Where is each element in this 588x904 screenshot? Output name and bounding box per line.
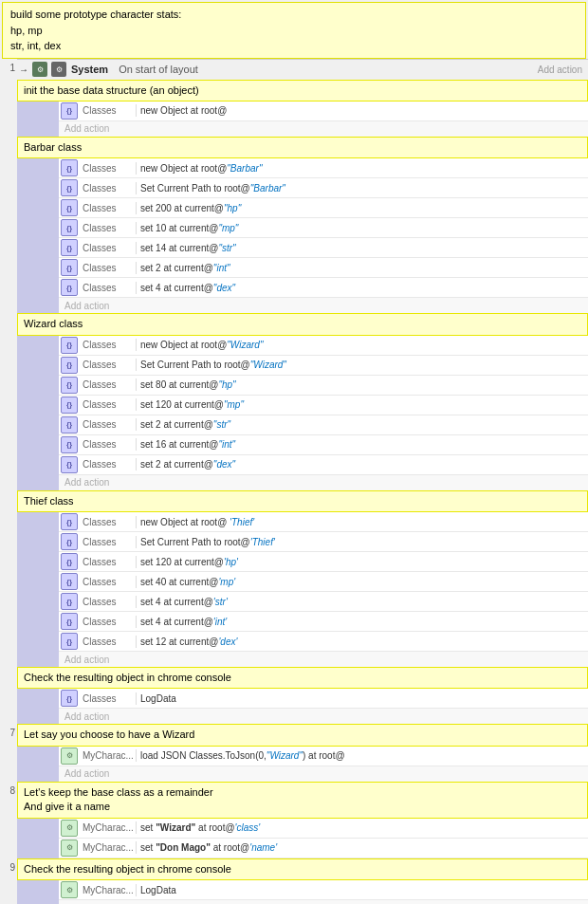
section-comment-wizard-choose: Let say you choose to have a Wizard (17, 724, 588, 746)
section-check1-actions: {} Classes LogData Add action (17, 689, 588, 724)
action-row: ⚙ MyCharac... set "Don Mago" at root@'na… (59, 839, 588, 858)
add-action-row-barbar[interactable]: Add action (59, 298, 588, 313)
action-row: {} Classes set 40 at current@'mp' (59, 572, 588, 592)
section-init-list: {} Classes new Object at root@ Add actio… (59, 101, 588, 137)
action-row: {} Classes set 120 at current@'hp' (59, 552, 588, 572)
event-add-action[interactable]: Add action (532, 65, 588, 75)
add-action-row-wizard[interactable]: Add action (59, 475, 588, 490)
source-label: Classes (80, 536, 137, 548)
action-row: {} Classes LogData (59, 689, 588, 709)
action-row: {} Classes set 16 at current@"int" (59, 435, 588, 455)
section-barbar-list: {} Classes new Object at root@"Barbar" {… (59, 158, 588, 313)
add-action-row-9[interactable]: Add action (59, 900, 588, 904)
source-icon-classes: {} (61, 397, 78, 414)
event-7-content: Let say you choose to have a Wizard ⚙ My… (17, 724, 588, 781)
action-desc: set 4 at current@'int' (137, 615, 588, 629)
action-row: {} Classes set 2 at current@"int" (59, 258, 588, 278)
source-icon-classes: {} (61, 239, 78, 256)
action-desc: set 120 at current@"mp" (137, 397, 588, 412)
action-desc: set 80 at current@"hp" (137, 378, 588, 392)
action-row: ⚙ MyCharac... load JSON Classes.ToJson(0… (59, 747, 588, 766)
section-sidebar-8 (17, 819, 59, 858)
action-row: {} Classes Set Current Path to root@"Bar… (59, 178, 588, 198)
source-icon-classes: {} (61, 593, 78, 610)
add-action-row-7[interactable]: Add action (59, 766, 588, 782)
source-label: Classes (80, 182, 137, 194)
source-label: Classes (80, 202, 137, 214)
action-desc: Set Current Path to root@'Thief' (137, 535, 588, 549)
section-sidebar-7 (17, 747, 59, 782)
action-row: {} Classes set 4 at current@'int' (59, 612, 588, 632)
event-1: 1 → ⚙ ⚙ System On start of layout Add ac… (0, 59, 588, 725)
source-icon-classes: {} (61, 613, 78, 630)
section-check2-list: ⚙ MyCharac... LogData Add action (59, 880, 588, 904)
section-comment-init: init the base data structure (an object) (17, 80, 588, 101)
source-label: Classes (80, 359, 137, 371)
section-init-actions: {} Classes new Object at root@ Add actio… (17, 101, 588, 137)
event-number-8: 8 (0, 782, 17, 858)
source-label: Classes (80, 339, 137, 351)
event-icon: ⚙ (51, 62, 66, 77)
section-check2-actions: ⚙ MyCharac... LogData Add action (17, 880, 588, 904)
section-wizard-list: {} Classes new Object at root@"Wizard" {… (59, 336, 588, 490)
action-desc: new Object at root@"Barbar" (137, 161, 588, 175)
action-row: {} Classes set 80 at current@"hp" (59, 376, 588, 396)
event-number-7: 7 (0, 724, 17, 781)
section-barbar-actions: {} Classes new Object at root@"Barbar" {… (17, 158, 588, 313)
source-icon-classes: {} (61, 456, 78, 473)
source-icon-classes: {} (61, 513, 78, 530)
source-icon-classes: {} (61, 377, 78, 394)
action-row: ⚙ MyCharac... LogData (59, 880, 588, 900)
source-label: Classes (80, 596, 137, 608)
add-action-row-init[interactable]: Add action (59, 121, 588, 137)
page: build some prototype character stats: hp… (0, 2, 588, 904)
action-row: {} Classes new Object at root@"Wizard" (59, 336, 588, 356)
source-icon-classes: {} (61, 279, 78, 296)
action-desc: new Object at root@ (137, 103, 588, 118)
event-9-content: Check the resulting object in chrome con… (17, 858, 588, 904)
source-label: MyCharac... (80, 841, 137, 854)
source-label: MyCharac... (80, 821, 137, 834)
collapse-arrow[interactable]: → (19, 65, 28, 75)
comment-line-1: build some prototype character stats: (10, 7, 578, 23)
section-wizard-actions: {} Classes new Object at root@"Wizard" {… (17, 336, 588, 490)
section-check1-list: {} Classes LogData Add action (59, 689, 588, 724)
action-desc: set 2 at current@"str" (137, 417, 588, 432)
source-icon-classes: {} (61, 690, 78, 707)
section-sidebar-3 (17, 158, 59, 313)
event-8-content: Let's keep the base class as a remainder… (17, 782, 588, 858)
event-number-9: 9 (0, 858, 17, 904)
source-label: Classes (80, 458, 137, 470)
source-icon-classes: {} (61, 219, 78, 236)
source-label: Classes (80, 162, 137, 175)
add-action-row-thief[interactable]: Add action (59, 652, 588, 667)
source-label: Classes (80, 636, 137, 648)
section-comment-keep: Let's keep the base class as a remainder… (17, 782, 588, 819)
section-comment-wizard: Wizard class (17, 313, 588, 335)
source-label: Classes (80, 692, 137, 705)
source-icon-classes: {} (61, 259, 78, 276)
add-action-row-check1[interactable]: Add action (59, 709, 588, 724)
source-icon-classes: {} (61, 159, 78, 176)
action-desc: set 2 at current@"int" (137, 261, 588, 275)
action-desc: load JSON Classes.ToJson(0,"Wizard") at … (137, 748, 588, 763)
action-row: {} Classes set 2 at current@"dex" (59, 455, 588, 475)
section-comment-thief: Thief class (17, 490, 588, 512)
source-icon-classes: {} (61, 436, 78, 453)
event-name: System (68, 64, 111, 75)
section-comment-check1: Check the resulting object in chrome con… (17, 667, 588, 689)
source-label: Classes (80, 576, 137, 588)
action-row: {} Classes set 4 at current@"dex" (59, 278, 588, 298)
section-sidebar-6 (17, 689, 59, 724)
action-row: {} Classes set 4 at current@'str' (59, 592, 588, 612)
source-icon-classes: {} (61, 553, 78, 570)
action-desc: set 16 at current@"int" (137, 437, 588, 452)
action-desc: Set Current Path to root@"Barbar" (137, 181, 588, 195)
section-keep-list: ⚙ MyCharac... set "Wizard" at root@'clas… (59, 819, 588, 858)
action-desc: Set Current Path to root@"Wizard" (137, 358, 588, 372)
action-row: {} Classes set 12 at current@'dex' (59, 632, 588, 652)
system-icon: ⚙ (32, 62, 47, 77)
source-icon-classes: {} (61, 199, 78, 216)
action-desc: set 10 at current@"mp" (137, 221, 588, 235)
source-icon-classes: {} (61, 416, 78, 434)
